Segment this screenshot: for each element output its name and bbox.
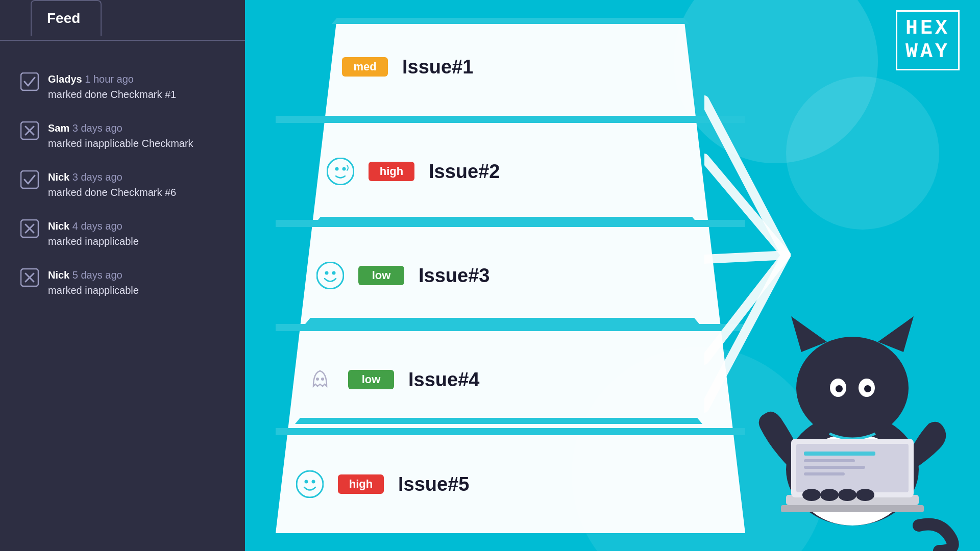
issue-separator xyxy=(276,116,745,123)
logo-line1: HEX xyxy=(905,17,950,40)
issue-row-4[interactable]: low Issue#4 xyxy=(276,331,745,428)
issue-title-2: Issue#2 xyxy=(429,161,500,183)
feed-item-text: Sam 3 days ago marked inapplicable Check… xyxy=(48,120,193,151)
emoji-grin-icon xyxy=(296,470,324,498)
feed-items-list: Gladys 1 hour ago marked done Checkmark … xyxy=(20,71,225,298)
svg-point-15 xyxy=(325,271,329,275)
hexway-logo: HEX WAY xyxy=(896,10,960,70)
feed-item: Nick 5 days ago marked inapplicable xyxy=(20,267,225,298)
svg-point-29 xyxy=(796,337,909,439)
issue-row-3[interactable]: low Issue#3 xyxy=(276,227,745,324)
feed-item-text: Gladys 1 hour ago marked done Checkmark … xyxy=(48,71,176,102)
feed-username: Nick xyxy=(48,171,69,183)
ghost-icon xyxy=(306,366,334,393)
right-panel: HEX WAY med Issue#1 xyxy=(245,0,980,551)
check-icon xyxy=(20,72,39,91)
priority-badge-low: low xyxy=(348,370,394,389)
svg-point-21 xyxy=(312,480,315,484)
feed-time: 1 hour ago xyxy=(85,73,134,85)
emoji-grin-icon xyxy=(316,262,344,289)
x-icon xyxy=(20,219,39,238)
issue-title-1: Issue#1 xyxy=(402,56,473,78)
deco-circle xyxy=(786,77,939,230)
svg-rect-42 xyxy=(804,466,865,469)
issue-title-5: Issue#5 xyxy=(398,473,469,495)
feed-action: marked done Checkmark #1 xyxy=(48,89,176,100)
svg-point-34 xyxy=(836,385,843,392)
feed-time: 4 days ago xyxy=(72,220,122,232)
svg-point-44 xyxy=(802,489,821,501)
priority-badge-low: low xyxy=(358,266,404,285)
feed-divider xyxy=(0,40,245,41)
issue-separator xyxy=(276,220,745,227)
feed-username: Nick xyxy=(48,269,69,281)
feed-time: 3 days ago xyxy=(72,122,122,134)
logo-line2: WAY xyxy=(905,40,950,64)
feed-username: Gladys xyxy=(48,73,82,85)
svg-point-11 xyxy=(327,158,354,185)
feed-username: Sam xyxy=(48,122,69,134)
svg-line-24 xyxy=(704,255,786,259)
feed-item: Nick 4 days ago marked inapplicable xyxy=(20,218,225,249)
feed-time: 5 days ago xyxy=(72,269,122,281)
feed-time: 3 days ago xyxy=(72,171,122,183)
feed-item-text: Nick 3 days ago marked done Checkmark #6 xyxy=(48,169,176,200)
svg-point-13 xyxy=(342,167,346,171)
emoji-sweat-icon xyxy=(327,158,354,185)
issue-row-2[interactable]: high Issue#2 xyxy=(276,123,745,220)
svg-point-16 xyxy=(332,271,336,275)
svg-rect-37 xyxy=(781,505,924,512)
issue-row-5[interactable]: high Issue#5 xyxy=(276,435,745,533)
svg-point-20 xyxy=(305,480,308,484)
issue-row-1[interactable]: med Issue#1 xyxy=(276,18,745,116)
cat-illustration xyxy=(745,276,960,551)
feed-item: Gladys 1 hour ago marked done Checkmark … xyxy=(20,71,225,102)
feed-action: marked inapplicable xyxy=(48,236,139,247)
svg-rect-40 xyxy=(804,452,875,456)
svg-point-17 xyxy=(316,378,319,381)
svg-point-18 xyxy=(321,378,324,381)
feed-title: Feed xyxy=(47,10,80,26)
feed-action: marked inapplicable Checkmark xyxy=(48,138,193,149)
feed-item: Sam 3 days ago marked inapplicable Check… xyxy=(20,120,225,151)
issue-separator xyxy=(276,428,745,435)
feed-tab: Feed xyxy=(31,0,102,36)
issue-separator xyxy=(276,324,745,331)
issue-title-4: Issue#4 xyxy=(408,369,479,391)
svg-rect-43 xyxy=(804,472,845,475)
priority-badge-high: high xyxy=(369,162,414,181)
svg-rect-0 xyxy=(21,73,38,90)
feed-username: Nick xyxy=(48,220,69,232)
svg-rect-41 xyxy=(804,459,855,462)
svg-point-46 xyxy=(838,489,856,501)
issue-title-3: Issue#3 xyxy=(419,265,489,287)
svg-point-14 xyxy=(317,262,344,289)
check-icon xyxy=(20,170,39,189)
feed-item-text: Nick 5 days ago marked inapplicable xyxy=(48,267,139,298)
feed-action: marked done Checkmark #6 xyxy=(48,187,176,198)
feed-action: marked inapplicable xyxy=(48,285,139,296)
left-panel: Feed Gladys 1 hour ago marked done Check… xyxy=(0,0,245,551)
priority-badge-high: high xyxy=(338,474,384,494)
feed-item: Nick 3 days ago marked done Checkmark #6 xyxy=(20,169,225,200)
svg-rect-2 xyxy=(21,171,38,188)
x-icon xyxy=(20,268,39,287)
svg-point-35 xyxy=(864,385,871,392)
svg-point-12 xyxy=(335,167,339,171)
feed-item-text: Nick 4 days ago marked inapplicable xyxy=(48,218,139,249)
svg-point-19 xyxy=(297,471,323,497)
svg-point-45 xyxy=(820,489,839,501)
svg-point-47 xyxy=(856,489,874,501)
priority-badge-med: med xyxy=(342,57,388,77)
x-icon xyxy=(20,121,39,140)
